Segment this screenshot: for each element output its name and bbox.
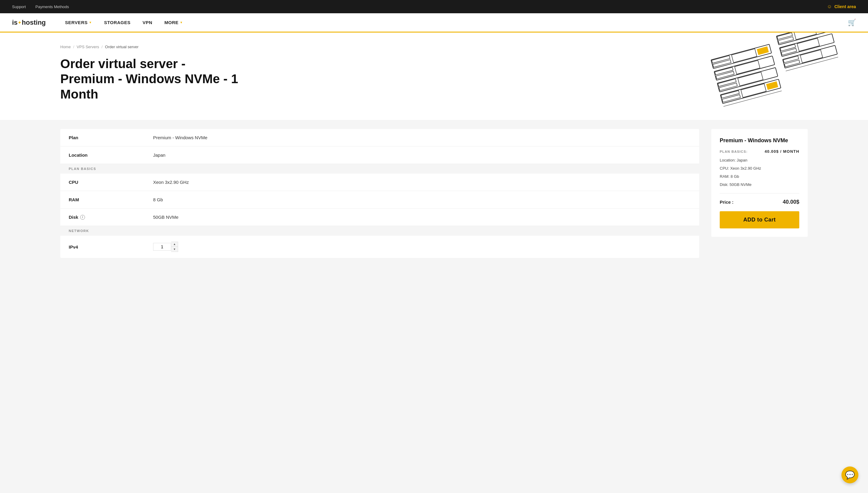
nav-servers-label: SERVERS xyxy=(65,20,88,25)
support-link[interactable]: Support xyxy=(12,4,26,9)
summary-divider xyxy=(720,193,799,193)
nav-storages[interactable]: STORAGES xyxy=(99,18,135,27)
navbar: is✦hosting SERVERS ▼ STORAGES VPN MORE ▼… xyxy=(0,13,868,33)
page-title: Order virtual server - Premium - Windows… xyxy=(60,56,241,102)
logo-star: ✦ xyxy=(18,20,21,25)
svg-rect-28 xyxy=(784,60,800,67)
ram-row: RAM 8 Gb xyxy=(60,191,699,209)
config-panel: Plan Premium - Windows NVMe Location Jap… xyxy=(60,129,699,258)
ipv4-stepper[interactable]: ▲ ▼ xyxy=(153,242,691,252)
plan-value: Premium - Windows NVMe xyxy=(153,135,691,140)
logo-hosting: hosting xyxy=(22,19,45,26)
summary-title: Premium - Windows NVMe xyxy=(720,137,799,144)
topbar-links: Support Payments Methods xyxy=(12,4,69,9)
add-to-cart-button[interactable]: ADD to Cart xyxy=(720,211,799,229)
summary-location: Location: Japan xyxy=(720,157,799,164)
svg-line-30 xyxy=(723,91,781,106)
stepper-up-button[interactable]: ▲ xyxy=(171,242,178,247)
ipv4-label: IPv4 xyxy=(69,244,153,250)
breadcrumb-home[interactable]: Home xyxy=(60,45,71,49)
summary-cpu: CPU: Xeon 3x2.90 GHz xyxy=(720,166,799,172)
disk-label: Disk i xyxy=(69,215,153,220)
nav-more[interactable]: MORE ▼ xyxy=(159,18,188,27)
nav-vpn[interactable]: VPN xyxy=(138,18,157,27)
cpu-label: CPU xyxy=(69,179,153,185)
logo[interactable]: is✦hosting xyxy=(12,19,46,26)
disk-info-icon[interactable]: i xyxy=(80,215,85,220)
add-bold-text: ADD xyxy=(743,217,756,223)
person-icon: ☺ xyxy=(827,4,832,9)
order-summary: Premium - Windows NVMe PLAN BASICS: 40.0… xyxy=(711,129,808,237)
summary-plan-price: 40.00$ / month xyxy=(765,149,799,154)
price-value: 40.00$ xyxy=(783,199,799,205)
ram-value: 8 Gb xyxy=(153,197,691,202)
topbar: Support Payments Methods ☺ Client area xyxy=(0,0,868,13)
svg-rect-17 xyxy=(766,81,778,90)
svg-line-31 xyxy=(786,57,838,71)
breadcrumb-current: Order virtual server xyxy=(105,45,138,49)
ipv4-value: ▲ ▼ xyxy=(153,242,691,252)
ipv4-input[interactable] xyxy=(153,243,171,251)
location-label: Location xyxy=(69,152,153,157)
summary-disk: Disk: 50GB NVMe xyxy=(720,182,799,188)
stepper-down-button[interactable]: ▼ xyxy=(171,247,178,252)
breadcrumb-sep1: / xyxy=(73,45,74,49)
price-label: Price : xyxy=(720,199,734,205)
nav-vpn-label: VPN xyxy=(143,20,152,25)
nav-servers[interactable]: SERVERS ▼ xyxy=(60,18,97,27)
stepper-buttons: ▲ ▼ xyxy=(171,242,178,252)
main-content: Plan Premium - Windows NVMe Location Jap… xyxy=(0,120,868,276)
client-area[interactable]: ☺ Client area xyxy=(827,4,856,9)
location-value: Japan xyxy=(153,152,691,157)
cart-icon[interactable]: 🛒 xyxy=(848,19,856,26)
chevron-down-icon: ▼ xyxy=(89,21,92,24)
cpu-row: CPU Xeon 3x2.90 GHz xyxy=(60,174,699,191)
hero-decoration xyxy=(693,33,868,120)
network-header: NETWORK xyxy=(60,226,699,236)
nav-more-label: MORE xyxy=(164,20,178,25)
ram-label: RAM xyxy=(69,197,153,202)
plan-row: Plan Premium - Windows NVMe xyxy=(60,129,699,147)
plan-label: Plan xyxy=(69,135,153,140)
summary-total-row: Price : 40.00$ xyxy=(720,199,799,205)
breadcrumb-sep2: / xyxy=(102,45,103,49)
disk-row: Disk i 50GB NVMe xyxy=(60,209,699,226)
svg-rect-24 xyxy=(781,48,797,55)
breadcrumb-vps[interactable]: VPS Servers xyxy=(77,45,99,49)
plan-basics-header: PLAN BASICS xyxy=(60,164,699,174)
client-area-label: Client area xyxy=(834,4,856,9)
disk-value: 50GB NVMe xyxy=(153,215,691,220)
ipv4-row: IPv4 ▲ ▼ xyxy=(60,236,699,258)
svg-rect-4 xyxy=(757,46,769,55)
nav-links: SERVERS ▼ STORAGES VPN MORE ▼ xyxy=(60,18,848,27)
nav-storages-label: STORAGES xyxy=(104,20,130,25)
add-rest-text: to Cart xyxy=(756,217,776,223)
summary-plan-basics-label: PLAN BASICS: 40.00$ / month xyxy=(720,149,799,154)
chevron-down-icon-more: ▼ xyxy=(180,21,183,24)
hero-section: Home / VPS Servers / Order virtual serve… xyxy=(0,33,868,120)
summary-ram: RAM: 8 Gb xyxy=(720,174,799,180)
payments-link[interactable]: Payments Methods xyxy=(36,4,69,9)
location-row: Location Japan xyxy=(60,147,699,164)
logo-is: is xyxy=(12,19,18,26)
svg-rect-20 xyxy=(778,37,794,44)
cpu-value: Xeon 3x2.90 GHz xyxy=(153,179,691,185)
server-illustration xyxy=(693,33,868,120)
